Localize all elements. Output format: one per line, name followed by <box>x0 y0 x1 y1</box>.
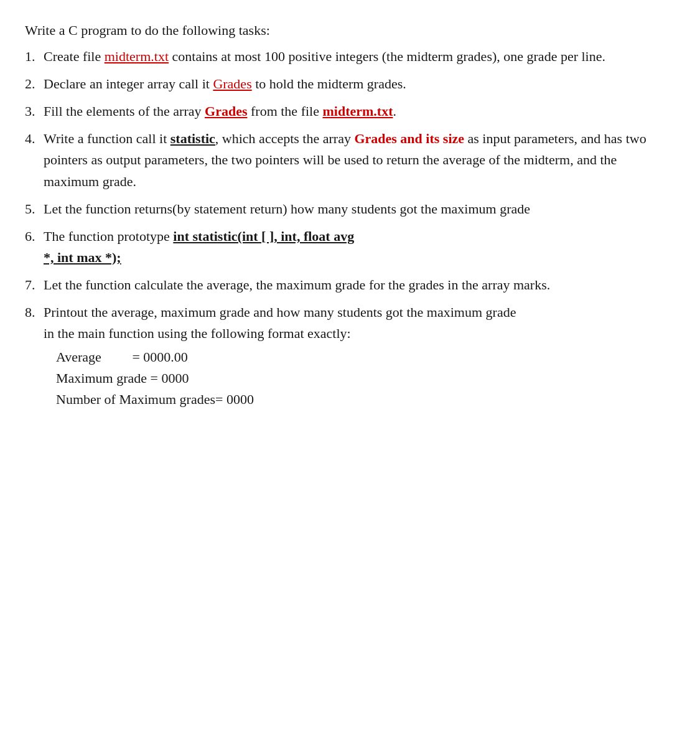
list-item: 1. Create file midterm.txt contains at m… <box>25 46 672 67</box>
midterm-link-1[interactable]: midterm.txt <box>105 49 169 64</box>
output-line-max: Maximum grade = 0000 <box>56 368 672 389</box>
list-num: 4. <box>25 128 44 192</box>
list-item: 3. Fill the elements of the array Grades… <box>25 101 672 122</box>
list-item: 8. Printout the average, maximum grade a… <box>25 302 672 410</box>
list-content: Write a function call it statistic, whic… <box>44 128 672 192</box>
list-num: 7. <box>25 274 44 296</box>
list-item: 4. Write a function call it statistic, w… <box>25 128 672 192</box>
output-block: Average = 0000.00 Maximum grade = 0000 N… <box>56 347 672 410</box>
list-item: 2. Declare an integer array call it Grad… <box>25 73 672 95</box>
list-num: 1. <box>25 46 44 67</box>
list-content: Printout the average, maximum grade and … <box>44 302 672 410</box>
output-line-count: Number of Maximum grades= 0000 <box>56 389 672 410</box>
output-line-average: Average = 0000.00 <box>56 347 672 368</box>
grades-link-2[interactable]: Grades <box>205 103 247 119</box>
list-num: 8. <box>25 302 44 410</box>
list-num: 6. <box>25 226 44 268</box>
list-content: Let the function returns(by statement re… <box>44 199 672 220</box>
list-num: 5. <box>25 199 44 220</box>
list-content: Fill the elements of the array Grades fr… <box>44 101 672 122</box>
list-item: 6. The function prototype int statistic(… <box>25 226 672 268</box>
statistic-link[interactable]: statistic <box>170 131 215 146</box>
list-item: 5. Let the function returns(by statement… <box>25 199 672 220</box>
list-num: 3. <box>25 101 44 122</box>
prototype-text: int statistic(int [ ], int, float avg <box>173 228 354 244</box>
intro-title: Write a C program to do the following ta… <box>25 20 672 41</box>
grades-size-label: Grades and its size <box>354 131 464 146</box>
task-list: 1. Create file midterm.txt contains at m… <box>25 46 672 410</box>
list-content: Create file midterm.txt contains at most… <box>44 46 672 67</box>
list-item: 7. Let the function calculate the averag… <box>25 274 672 296</box>
grades-link-1[interactable]: Grades <box>213 76 251 91</box>
list-num: 2. <box>25 73 44 95</box>
list-content: Declare an integer array call it Grades … <box>44 73 672 95</box>
page-content: Write a C program to do the following ta… <box>25 20 672 411</box>
list-content: Let the function calculate the average, … <box>44 274 672 296</box>
midterm-link-2[interactable]: midterm.txt <box>322 103 393 119</box>
list-content: The function prototype int statistic(int… <box>44 226 672 268</box>
prototype-text-2: *, int max *); <box>44 250 121 265</box>
